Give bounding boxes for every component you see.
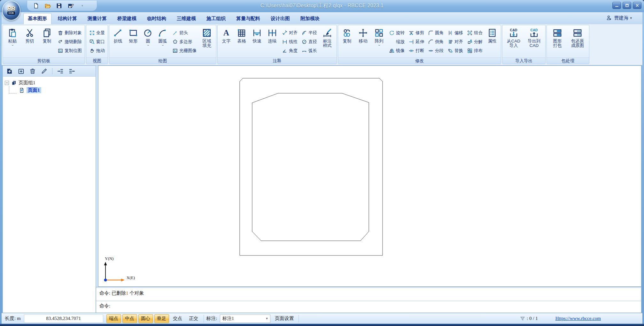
chamfer-button[interactable]: 倒角 (427, 38, 445, 46)
trim-button[interactable]: 修剪 (407, 29, 425, 37)
tab-quantity-material[interactable]: 算量与配料 (232, 13, 264, 24)
chevron-down-icon (161, 44, 165, 47)
dimension-style-select[interactable]: 标注1 ▾ (220, 315, 270, 323)
replace-button[interactable]: 替换 (446, 47, 464, 55)
mirror-button[interactable]: 镜像 (388, 47, 406, 55)
arrange-button[interactable]: 排布 (466, 47, 484, 55)
arc-length-dim-button[interactable]: 弧长 (300, 47, 318, 55)
outer-outline-shape[interactable] (240, 78, 383, 255)
window-controls (612, 2, 641, 9)
array-button[interactable]: 阵列 (371, 26, 387, 57)
website-link[interactable]: Https://www.rbcce.com (555, 316, 601, 321)
paste-button[interactable]: 粘贴 (4, 26, 21, 57)
polyline-button[interactable]: 折线 (111, 26, 125, 57)
new-file-button[interactable] (32, 2, 40, 10)
fillet-icon (428, 30, 434, 36)
drawing-shapes[interactable] (98, 66, 642, 287)
panel-splitter[interactable] (96, 65, 98, 313)
move-button[interactable]: 移动 (355, 26, 371, 57)
delete-object-button[interactable]: 删除对象 (57, 29, 83, 37)
unpack-restore-button[interactable]: 包还原 成原图 (567, 26, 588, 57)
rename-button[interactable] (41, 68, 48, 75)
undo-delete-button[interactable]: 撤销删除 (57, 38, 83, 46)
angle-dim-button[interactable]: 角度 (281, 47, 299, 55)
offset-button[interactable]: 偏移 (446, 29, 464, 37)
group-button[interactable]: 组合 (466, 29, 484, 37)
cut-button[interactable]: 剪切 (21, 26, 38, 57)
properties-button[interactable]: 属性 (485, 26, 500, 57)
rotate-button[interactable]: 旋转 (388, 29, 406, 37)
tab-construction-org[interactable]: 施工组织 (202, 13, 230, 24)
indent-button[interactable] (57, 68, 64, 75)
qat-customize-button[interactable] (78, 2, 86, 10)
app-logo[interactable]: RB CCE (2, 1, 20, 20)
table-button[interactable]: 表格 (234, 26, 249, 57)
zoom-fit-button[interactable]: 全显 (88, 29, 106, 37)
scale-button[interactable]: 缩放 (388, 38, 406, 46)
tab-addon-modules[interactable]: 附加模块 (296, 13, 324, 24)
diameter-dim-button[interactable]: 直径 (300, 38, 318, 46)
arrow-button[interactable]: 箭头 (171, 29, 198, 37)
dimension-style-button[interactable]: 标注 样式 (319, 26, 335, 57)
save-as-button[interactable] (67, 2, 74, 10)
snap-intersection-toggle[interactable]: 交点 (170, 314, 185, 323)
import-from-cad-button[interactable]: CAD 从CAD 导入 (504, 26, 524, 57)
tab-3d-modeling[interactable]: 三维建模 (173, 13, 200, 24)
maximize-button[interactable] (623, 2, 631, 9)
tab-temporary-structure[interactable]: 临时结构 (143, 13, 170, 24)
add-group-button[interactable] (18, 68, 25, 75)
snap-center-toggle[interactable]: 圆心 (138, 314, 153, 323)
snap-perpendicular-toggle[interactable]: 垂足 (154, 314, 169, 323)
fillet-button[interactable]: 圆角 (427, 29, 445, 37)
page-setup-button[interactable]: 页面设置 (275, 315, 294, 322)
pack-graphics-button[interactable]: 图形 打包 (548, 26, 567, 57)
rectangle-button[interactable]: 矩形 (126, 26, 141, 57)
aligned-dim-button[interactable]: 对齐 (281, 29, 299, 37)
continuous-dim-button[interactable]: 连续 (265, 26, 280, 57)
area-fill-button[interactable]: 区域 填充 (199, 26, 215, 57)
align-button[interactable]: 对齐 (446, 38, 464, 46)
tab-bridge-modeling[interactable]: 桥梁建模 (113, 13, 141, 24)
tab-basic-graphics[interactable]: 基本图形 (23, 13, 51, 24)
snap-endpoint-toggle[interactable]: 端点 (106, 314, 121, 323)
add-page-button[interactable] (6, 68, 13, 75)
circle-button[interactable]: 圆 (141, 26, 155, 57)
open-file-button[interactable] (44, 2, 51, 10)
close-button[interactable] (633, 2, 641, 9)
extend-button[interactable]: 延伸 (407, 38, 425, 46)
delete-page-button[interactable] (29, 68, 36, 75)
arc-button[interactable]: 圆弧 (155, 26, 170, 57)
ortho-toggle[interactable]: 正交 (186, 314, 201, 323)
radius-dim-button[interactable]: 半径 (300, 29, 318, 37)
pan-button[interactable]: 拖动 (88, 47, 106, 55)
drawing-canvas[interactable]: Y(N) X(E) (98, 65, 641, 287)
snap-midpoint-toggle[interactable]: 中点 (122, 314, 137, 323)
tab-design-drawing[interactable]: 设计出图 (267, 13, 294, 24)
zoom-window-button[interactable]: 窗口 (88, 38, 106, 46)
tab-structure-calc[interactable]: 结构计算 (54, 13, 81, 24)
table-icon (237, 28, 247, 38)
tree-item-page[interactable]: 页面1 (5, 87, 94, 94)
linear-dim-button[interactable]: 线性 (281, 38, 299, 46)
tree-item-page-group[interactable]: − 页面组1 (5, 79, 94, 87)
divide-button[interactable]: 分段 (427, 47, 445, 55)
save-button[interactable] (55, 2, 63, 10)
modify-copy-button[interactable]: 复制 (339, 26, 355, 57)
copy-bitmap-button[interactable]: 复制位图 (57, 47, 83, 55)
polygon-button[interactable]: 多边形 (171, 38, 198, 46)
command-prompt[interactable]: 命令: (96, 301, 641, 309)
raster-image-button[interactable]: 光栅图像 (171, 47, 198, 55)
copy-button[interactable]: 复制 (39, 26, 55, 57)
group-label-annotate: 注释 (218, 57, 337, 64)
break-button[interactable]: 打断 (407, 47, 425, 55)
text-button[interactable]: A 文字 (219, 26, 234, 57)
user-account[interactable]: 曹建海 ▾ (606, 15, 632, 21)
tree-expander[interactable]: − (5, 81, 9, 85)
inner-outline-shape[interactable] (252, 93, 369, 241)
explode-button[interactable]: 分解 (466, 38, 484, 46)
minimize-button[interactable] (612, 2, 621, 9)
export-to-cad-button[interactable]: CAD 导出到 CAD (524, 26, 544, 57)
quick-dim-button[interactable]: 快速 (250, 26, 264, 57)
tab-survey-calc[interactable]: 测量计算 (83, 13, 111, 24)
outdent-button[interactable] (68, 68, 75, 75)
